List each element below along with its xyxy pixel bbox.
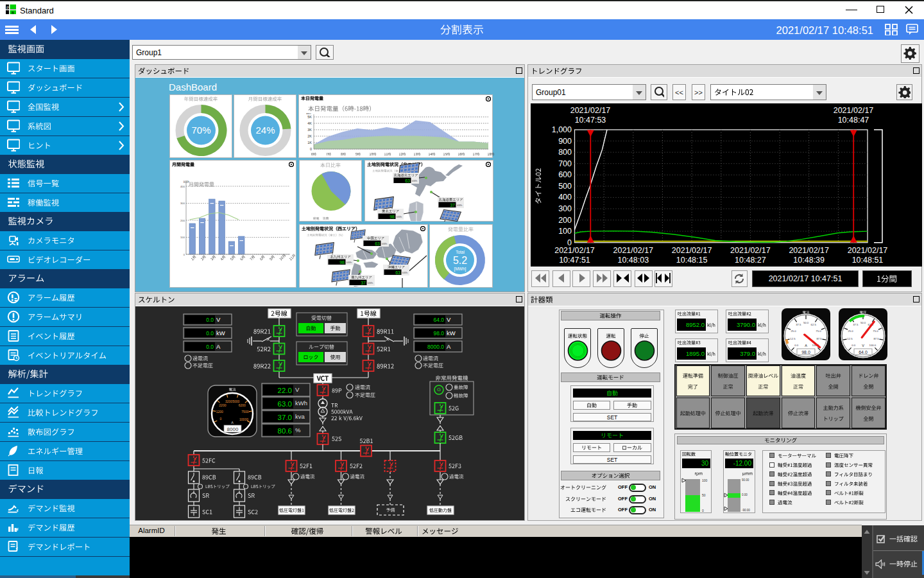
svg-text:98.0: 98.0	[801, 350, 810, 355]
svg-text:25.0: 25.0	[848, 329, 854, 333]
svg-text:2K: 2K	[307, 134, 312, 138]
svg-text:V: V	[862, 344, 864, 347]
svg-text:63: 63	[375, 241, 380, 246]
svg-text:98: 98	[389, 215, 395, 219]
svg-text:75.0: 75.0	[873, 329, 878, 333]
svg-text:10000: 10000	[239, 417, 248, 421]
svg-text:37.5: 37.5	[853, 323, 859, 326]
svg-text:37: 37	[361, 281, 366, 285]
svg-text:3200: 3200	[225, 399, 232, 403]
svg-text:63.0: 63.0	[278, 400, 292, 408]
svg-text:62.5: 62.5	[811, 323, 817, 326]
svg-text:[MWh]: [MWh]	[454, 267, 466, 272]
svg-text:P: P	[6, 6, 9, 10]
svg-text:kWh: kWh	[346, 261, 352, 264]
svg-text:kWh: kWh	[402, 271, 408, 274]
svg-text:24%: 24%	[255, 125, 275, 136]
svg-text:kWh: kWh	[382, 242, 388, 245]
svg-text:63: 63	[405, 179, 410, 183]
svg-text:12.5: 12.5	[847, 337, 853, 340]
svg-text:4K: 4K	[307, 121, 312, 125]
svg-text:1K: 1K	[307, 141, 312, 144]
svg-text:50.0: 50.0	[803, 321, 809, 324]
svg-text:5K: 5K	[307, 115, 312, 119]
svg-text:3K: 3K	[307, 128, 312, 132]
svg-text:A: A	[231, 421, 234, 425]
svg-text:A: A	[805, 344, 807, 347]
svg-text:0.0: 0.0	[851, 344, 855, 347]
svg-text:kWh: kWh	[457, 204, 463, 207]
svg-text:37.0: 37.0	[278, 414, 292, 421]
svg-text:75.0: 75.0	[816, 329, 821, 333]
svg-text:8000: 8000	[227, 426, 239, 432]
svg-text:0: 0	[184, 253, 185, 256]
svg-text:5000: 5000	[232, 399, 239, 403]
svg-text:12.5: 12.5	[790, 337, 796, 340]
svg-text:B: B	[12, 11, 14, 14]
svg-text:50.0: 50.0	[860, 321, 866, 324]
svg-text:2200: 2200	[219, 403, 226, 407]
svg-text:64.0: 64.0	[433, 317, 444, 323]
svg-text:98: 98	[339, 260, 345, 265]
svg-text:0: 0	[220, 417, 222, 421]
svg-text:98.0: 98.0	[433, 330, 444, 337]
svg-text:kWh: kWh	[368, 281, 373, 285]
svg-text:kWh: kWh	[397, 215, 402, 218]
svg-text:7500: 7500	[241, 410, 248, 414]
svg-text:100: 100	[180, 236, 185, 239]
svg-text:37: 37	[450, 203, 455, 207]
svg-text:0: 0	[310, 147, 312, 151]
svg-text:87.5: 87.5	[874, 337, 880, 340]
svg-text:87.5: 87.5	[817, 337, 823, 340]
svg-text:63: 63	[395, 270, 400, 275]
svg-text:0.0: 0.0	[206, 344, 214, 350]
svg-text:80.6: 80.6	[278, 427, 292, 435]
svg-text:6200: 6200	[239, 403, 246, 407]
svg-text:70%: 70%	[191, 125, 210, 136]
svg-text:0.0: 0.0	[206, 330, 214, 337]
svg-text:400: 400	[180, 185, 185, 188]
svg-text:100.0: 100.0	[869, 344, 877, 347]
svg-text:200: 200	[180, 219, 185, 222]
svg-text:22.0: 22.0	[278, 387, 292, 394]
svg-text:kWh: kWh	[184, 180, 189, 184]
svg-text:8000.0: 8000.0	[427, 344, 444, 350]
svg-text:Wh: Wh	[306, 113, 311, 115]
svg-text:0.0: 0.0	[206, 317, 214, 323]
svg-text:300: 300	[180, 202, 185, 205]
svg-text:Total: Total	[456, 250, 465, 254]
svg-text:64.0: 64.0	[859, 350, 868, 355]
svg-text:1200: 1200	[216, 410, 223, 414]
svg-text:kWh: kWh	[412, 179, 418, 182]
svg-text:5.2: 5.2	[453, 255, 467, 266]
svg-text:0.0: 0.0	[794, 344, 798, 347]
svg-text:37.5: 37.5	[796, 323, 801, 326]
svg-text:25.0: 25.0	[791, 329, 797, 333]
